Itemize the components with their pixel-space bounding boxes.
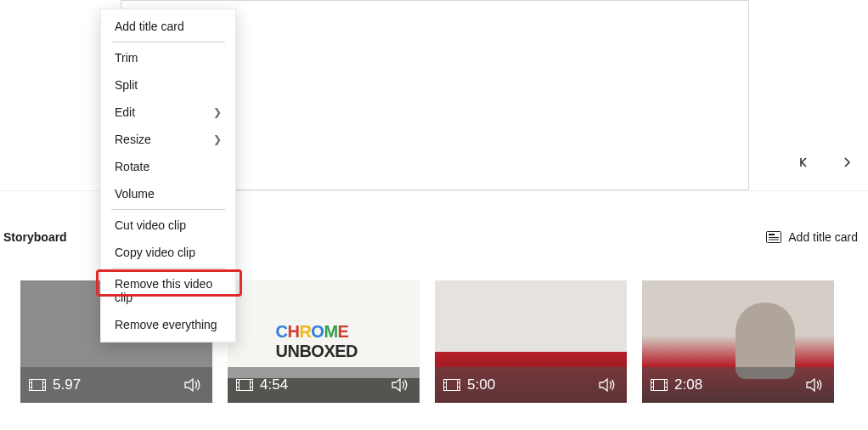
svg-rect-6 — [30, 380, 32, 391]
menu-separator — [111, 268, 225, 269]
add-title-card-label: Add title card — [788, 230, 858, 244]
menu-volume[interactable]: Volume — [101, 180, 235, 207]
speaker-icon[interactable] — [598, 377, 617, 393]
storyboard-title: Storyboard — [3, 230, 67, 244]
add-title-card-button[interactable]: Add title card — [766, 230, 858, 244]
speaker-icon[interactable] — [391, 377, 409, 393]
title-card-icon — [766, 231, 781, 243]
svg-rect-14 — [251, 380, 253, 391]
menu-separator — [111, 209, 225, 210]
svg-rect-27 — [651, 380, 654, 391]
chrome-unboxed-logo: CHROME UNBOXED — [276, 322, 372, 361]
clip-3[interactable]: 5:00 — [435, 280, 627, 403]
film-icon — [236, 379, 253, 391]
film-icon — [651, 379, 668, 391]
menu-separator — [111, 42, 225, 42]
menu-split[interactable]: Split — [101, 71, 235, 99]
menu-edit[interactable]: Edit❯ — [101, 99, 235, 126]
clip-duration: 5.97 — [53, 376, 183, 393]
film-icon — [443, 379, 460, 391]
menu-rotate[interactable]: Rotate — [101, 153, 235, 180]
previous-frame-button[interactable] — [798, 156, 810, 168]
nav-arrows — [798, 156, 853, 168]
menu-resize[interactable]: Resize❯ — [101, 126, 235, 153]
clip-overlay: 5:00 — [435, 367, 627, 403]
menu-cut-clip[interactable]: Cut video clip — [101, 212, 235, 239]
menu-add-title-card[interactable]: Add title card — [101, 13, 235, 40]
menu-copy-clip[interactable]: Copy video clip — [101, 239, 235, 266]
menu-remove-everything[interactable]: Remove everything — [101, 311, 235, 338]
clip-duration: 4:54 — [260, 376, 391, 393]
speaker-icon[interactable] — [805, 377, 824, 393]
svg-rect-20 — [444, 380, 447, 391]
context-menu: Add title card Trim Split Edit❯ Resize❯ … — [100, 8, 236, 342]
menu-trim[interactable]: Trim — [101, 44, 235, 71]
clip-overlay: 2:08 — [642, 367, 834, 403]
svg-rect-2 — [769, 234, 775, 235]
clip-duration: 5:00 — [467, 376, 598, 393]
clip-4[interactable]: 2:08 — [642, 280, 834, 403]
clip-overlay: 4:54 — [228, 367, 420, 403]
svg-rect-13 — [237, 380, 240, 391]
chevron-right-icon: ❯ — [213, 133, 222, 145]
film-icon — [29, 379, 46, 391]
clip-duration: 2:08 — [674, 376, 805, 393]
svg-rect-3 — [769, 237, 779, 238]
next-frame-button[interactable] — [841, 156, 853, 168]
svg-rect-7 — [43, 380, 46, 391]
svg-rect-21 — [458, 380, 460, 391]
menu-remove-clip[interactable]: Remove this video clip — [101, 270, 235, 311]
speaker-icon[interactable] — [183, 377, 202, 393]
chevron-right-icon: ❯ — [213, 106, 222, 118]
clip-2[interactable]: CHROME UNBOXED 4:54 — [228, 280, 420, 403]
svg-rect-4 — [769, 240, 779, 240]
svg-rect-28 — [665, 380, 668, 391]
clip-overlay: 5.97 — [20, 367, 212, 403]
